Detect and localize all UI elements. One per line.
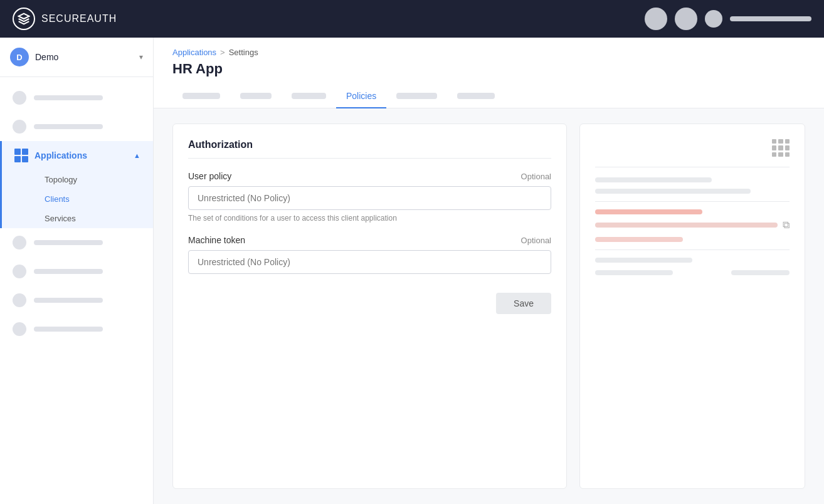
org-switcher[interactable]: D Demo ▾ <box>0 38 153 77</box>
sidebar-placeholder-5[interactable] <box>0 286 153 315</box>
chevron-down-icon: ▾ <box>139 53 143 61</box>
sidebar: D Demo ▾ <box>0 38 154 504</box>
skeleton-bottom-row <box>595 270 790 275</box>
sidebar-placeholder-6[interactable] <box>0 315 153 344</box>
nav-avatar-1[interactable] <box>645 8 667 30</box>
sidebar-sub-topology[interactable]: Topology <box>34 170 153 189</box>
page-header: Applications > Settings HR App <box>154 38 824 108</box>
logo-text: SECUREAUTH <box>41 13 117 24</box>
placeholder-line <box>34 269 103 274</box>
org-name: Demo <box>35 52 133 62</box>
user-policy-optional: Optional <box>521 172 551 181</box>
tab-placeholder-bar <box>182 93 220 99</box>
user-policy-group: User policy Optional The set of conditio… <box>188 171 551 223</box>
placeholder-circle <box>13 120 26 134</box>
tabs: Policies <box>172 86 805 108</box>
skeleton-line-5 <box>595 270 673 275</box>
skeleton-row-1: ⧉ <box>595 219 790 231</box>
machine-token-group: Machine token Optional <box>188 235 551 274</box>
sidebar-sub-clients[interactable]: Clients <box>34 189 153 209</box>
authorization-card: Authorization User policy Optional The s… <box>172 123 567 489</box>
machine-token-label: Machine token <box>188 235 245 245</box>
tab-placeholder-bar <box>292 93 326 99</box>
placeholder-circle <box>13 91 26 105</box>
placeholder-circle <box>13 322 26 336</box>
machine-token-input[interactable] <box>188 250 551 274</box>
top-nav-left: SECUREAUTH <box>13 8 117 30</box>
tab-placeholder-3[interactable] <box>282 86 336 108</box>
tab-placeholder-4[interactable] <box>386 86 447 108</box>
user-policy-label-row: User policy Optional <box>188 171 551 181</box>
main-content: Applications > Settings HR App <box>154 38 824 504</box>
page-title: HR App <box>172 61 805 77</box>
tab-placeholder-5[interactable] <box>447 86 505 108</box>
right-card-header <box>595 139 790 167</box>
placeholder-line <box>34 124 103 129</box>
skeleton-line-3 <box>595 223 778 228</box>
applications-label: Applications <box>34 150 127 160</box>
sidebar-placeholder-3[interactable] <box>0 228 153 257</box>
skeleton-bottom-items <box>595 270 790 275</box>
top-nav-right <box>645 8 811 30</box>
sidebar-sub-items: Topology Clients Services <box>2 170 153 228</box>
nav-bar-placeholder <box>730 16 811 21</box>
save-button[interactable]: Save <box>496 293 551 314</box>
sidebar-nav: Applications ▲ Topology Clients Services <box>0 77 153 350</box>
tab-policies-label: Policies <box>346 91 376 101</box>
machine-token-label-row: Machine token Optional <box>188 235 551 245</box>
sidebar-section-applications[interactable]: Applications ▲ Topology Clients Services <box>0 141 153 228</box>
breadcrumb: Applications > Settings <box>172 48 805 57</box>
breadcrumb-applications-link[interactable]: Applications <box>172 48 216 57</box>
tab-placeholder-bar <box>240 93 272 99</box>
sidebar-placeholder-2[interactable] <box>0 112 153 141</box>
user-policy-hint: The set of conditions for a user to acce… <box>188 214 551 223</box>
tab-placeholder-bar <box>457 93 495 99</box>
skeleton-accent-2 <box>595 237 683 242</box>
nav-avatar-2[interactable] <box>675 8 697 30</box>
placeholder-circle <box>13 293 26 307</box>
body-area: D Demo ▾ <box>0 38 824 504</box>
placeholder-line <box>34 240 103 245</box>
placeholder-circle <box>13 265 26 278</box>
tab-placeholder-2[interactable] <box>230 86 282 108</box>
grid-icon[interactable] <box>772 139 790 157</box>
breadcrumb-separator: > <box>220 48 225 57</box>
placeholder-line <box>34 298 103 303</box>
nav-avatar-3[interactable] <box>705 10 722 28</box>
divider-1 <box>595 201 790 202</box>
tab-placeholder-1[interactable] <box>172 86 230 108</box>
skeleton-line-2 <box>595 189 751 194</box>
app-shell: SECUREAUTH D Demo ▾ <box>0 0 824 504</box>
tab-placeholder-bar <box>396 93 437 99</box>
placeholder-circle <box>13 236 26 249</box>
sidebar-placeholder-1[interactable] <box>0 83 153 112</box>
sidebar-sub-services[interactable]: Services <box>34 209 153 228</box>
right-card: ⧉ <box>579 123 805 489</box>
tab-policies[interactable]: Policies <box>336 86 386 108</box>
sidebar-section-header[interactable]: Applications ▲ <box>2 141 153 170</box>
user-policy-input[interactable] <box>188 186 551 210</box>
placeholder-line <box>34 327 103 332</box>
content-area: Authorization User policy Optional The s… <box>154 108 824 504</box>
breadcrumb-settings: Settings <box>229 48 258 57</box>
save-area: Save <box>188 286 551 314</box>
placeholder-line <box>34 95 103 100</box>
machine-token-optional: Optional <box>521 236 551 245</box>
copy-icon[interactable]: ⧉ <box>783 219 790 231</box>
sidebar-placeholder-4[interactable] <box>0 257 153 286</box>
skeleton-line-4 <box>595 258 692 263</box>
skeleton-line-1 <box>595 177 712 182</box>
logo-icon <box>13 8 35 30</box>
skeleton-line-6 <box>731 270 790 275</box>
user-policy-label: User policy <box>188 171 231 181</box>
skeleton-accent-1 <box>595 209 702 214</box>
org-avatar: D <box>10 48 29 66</box>
top-nav: SECUREAUTH <box>0 0 824 38</box>
applications-icon <box>14 149 28 162</box>
divider-2 <box>595 249 790 250</box>
card-title-authorization: Authorization <box>188 139 551 159</box>
collapse-icon: ▲ <box>134 152 140 159</box>
